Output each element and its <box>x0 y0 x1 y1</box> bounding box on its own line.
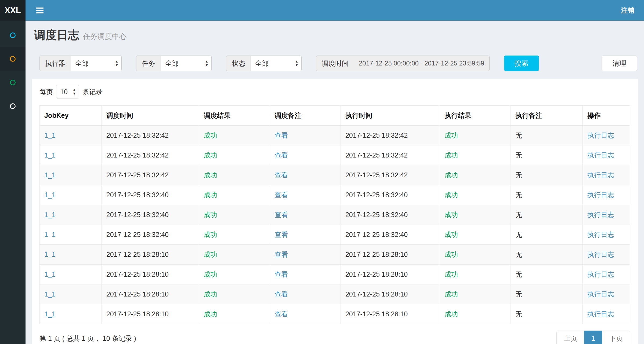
table-row: 1_12017-12-25 18:32:42成功查看2017-12-25 18:… <box>40 165 630 185</box>
column-header: 执行备注 <box>511 106 583 126</box>
exec-log-link[interactable]: 执行日志 <box>587 310 614 318</box>
sidebar-item-1[interactable] <box>0 23 26 47</box>
exec-log-link[interactable]: 执行日志 <box>587 270 614 278</box>
status-select[interactable]: 全部 <box>251 56 302 71</box>
handle-time-cell: 2017-12-25 18:32:40 <box>341 205 440 225</box>
job-key-link[interactable]: 1_1 <box>44 270 56 278</box>
exec-log-link[interactable]: 执行日志 <box>587 211 614 218</box>
handle-msg-cell: 无 <box>511 205 583 225</box>
handle-time-cell: 2017-12-25 18:28:10 <box>341 304 440 324</box>
trigger-result-cell: 成功 <box>199 185 270 205</box>
job-key-link[interactable]: 1_1 <box>44 290 56 298</box>
exec-log-link-cell: 执行日志 <box>583 145 630 165</box>
clean-button[interactable]: 清理 <box>602 56 637 71</box>
trigger-time-range-input[interactable] <box>354 56 490 71</box>
trigger-msg-link[interactable]: 查看 <box>274 211 288 218</box>
table-footer: 第 1 页 ( 总共 1 页， 10 条记录 ) 上页 1 下页 <box>39 331 630 344</box>
job-key-link[interactable]: 1_1 <box>44 131 56 139</box>
job-key-link-cell: 1_1 <box>40 284 102 304</box>
trigger-msg-link-cell: 查看 <box>270 245 341 265</box>
pagination: 上页 1 下页 <box>556 331 630 344</box>
trigger-time-cell: 2017-12-25 18:32:42 <box>102 126 199 145</box>
log-table: JobKey调度时间调度结果调度备注执行时间执行结果执行备注操作 1_12017… <box>39 105 630 324</box>
trigger-result-cell: 成功 <box>199 284 270 304</box>
next-page-button[interactable]: 下页 <box>602 331 630 344</box>
pagination-summary: 第 1 页 ( 总共 1 页， 10 条记录 ) <box>39 334 136 343</box>
handle-msg-cell: 无 <box>511 245 583 265</box>
trigger-msg-link[interactable]: 查看 <box>274 171 288 179</box>
trigger-msg-link[interactable]: 查看 <box>274 270 288 278</box>
handle-result-cell: 成功 <box>440 245 511 265</box>
trigger-msg-link[interactable]: 查看 <box>274 290 288 298</box>
circle-o-icon <box>10 103 16 109</box>
trigger-time-cell: 2017-12-25 18:32:40 <box>102 225 199 245</box>
page-1-button[interactable]: 1 <box>584 331 602 344</box>
job-key-link[interactable]: 1_1 <box>44 211 56 218</box>
handle-time-cell: 2017-12-25 18:32:42 <box>341 126 440 145</box>
sidebar-item-3[interactable] <box>0 71 26 94</box>
job-key-link-cell: 1_1 <box>40 126 102 145</box>
trigger-msg-link-cell: 查看 <box>270 304 341 324</box>
page-size-select[interactable]: 10 <box>56 85 79 98</box>
job-key-link[interactable]: 1_1 <box>44 310 56 318</box>
job-key-link-cell: 1_1 <box>40 225 102 245</box>
page-header: 调度日志 任务调度中心 <box>26 21 644 43</box>
job-key-link[interactable]: 1_1 <box>44 231 56 238</box>
trigger-msg-link[interactable]: 查看 <box>274 231 288 238</box>
trigger-msg-link-cell: 查看 <box>270 284 341 304</box>
log-table-header-row: JobKey调度时间调度结果调度备注执行时间执行结果执行备注操作 <box>40 106 630 126</box>
exec-log-link[interactable]: 执行日志 <box>587 151 614 159</box>
job-filter-group: 任务 全部 <box>136 56 212 71</box>
prev-page-button[interactable]: 上页 <box>556 331 584 344</box>
trigger-time-filter-group: 调度时间 <box>316 56 490 71</box>
job-key-link-cell: 1_1 <box>40 185 102 205</box>
handle-result-cell: 成功 <box>440 265 511 284</box>
logout-link[interactable]: 注销 <box>621 6 634 15</box>
trigger-msg-link[interactable]: 查看 <box>274 251 288 258</box>
exec-log-link-cell: 执行日志 <box>583 304 630 324</box>
exec-log-link[interactable]: 执行日志 <box>587 231 614 238</box>
table-row: 1_12017-12-25 18:32:40成功查看2017-12-25 18:… <box>40 225 630 245</box>
handle-msg-cell: 无 <box>511 165 583 185</box>
handle-time-cell: 2017-12-25 18:32:42 <box>341 165 440 185</box>
trigger-msg-link[interactable]: 查看 <box>274 310 288 318</box>
job-key-link[interactable]: 1_1 <box>44 191 56 199</box>
job-key-link-cell: 1_1 <box>40 245 102 265</box>
table-row: 1_12017-12-25 18:28:10成功查看2017-12-25 18:… <box>40 265 630 284</box>
column-header: 执行时间 <box>341 106 440 126</box>
search-button[interactable]: 搜索 <box>504 56 539 71</box>
trigger-msg-link[interactable]: 查看 <box>274 151 288 159</box>
exec-log-link[interactable]: 执行日志 <box>587 171 614 179</box>
exec-log-link[interactable]: 执行日志 <box>587 290 614 298</box>
exec-log-link[interactable]: 执行日志 <box>587 131 614 139</box>
trigger-msg-link[interactable]: 查看 <box>274 131 288 139</box>
trigger-result-cell: 成功 <box>199 165 270 185</box>
job-key-link[interactable]: 1_1 <box>44 171 56 179</box>
handle-msg-cell: 无 <box>511 265 583 284</box>
handle-time-cell: 2017-12-25 18:32:40 <box>341 225 440 245</box>
sidebar-item-2[interactable] <box>0 47 26 71</box>
app-logo[interactable]: XXL <box>0 0 26 21</box>
column-header: 调度时间 <box>102 106 199 126</box>
handle-result-cell: 成功 <box>440 205 511 225</box>
table-row: 1_12017-12-25 18:32:40成功查看2017-12-25 18:… <box>40 205 630 225</box>
trigger-time-cell: 2017-12-25 18:32:40 <box>102 205 199 225</box>
trigger-result-cell: 成功 <box>199 225 270 245</box>
job-key-link[interactable]: 1_1 <box>44 251 56 258</box>
job-select[interactable]: 全部 <box>161 56 212 71</box>
handle-result-cell: 成功 <box>440 304 511 324</box>
handle-time-cell: 2017-12-25 18:32:42 <box>341 145 440 165</box>
sidebar-item-4[interactable] <box>0 94 26 118</box>
table-row: 1_12017-12-25 18:32:42成功查看2017-12-25 18:… <box>40 145 630 165</box>
executor-select[interactable]: 全部 <box>71 56 122 71</box>
sidebar-toggle-button[interactable] <box>34 5 46 16</box>
column-header: JobKey <box>40 106 102 126</box>
exec-log-link-cell: 执行日志 <box>583 225 630 245</box>
trigger-msg-link[interactable]: 查看 <box>274 191 288 199</box>
exec-log-link[interactable]: 执行日志 <box>587 191 614 199</box>
job-key-link[interactable]: 1_1 <box>44 151 56 159</box>
circle-o-icon <box>10 32 16 38</box>
exec-log-link[interactable]: 执行日志 <box>587 251 614 258</box>
table-row: 1_12017-12-25 18:28:10成功查看2017-12-25 18:… <box>40 284 630 304</box>
status-filter-group: 状态 全部 <box>226 56 302 71</box>
